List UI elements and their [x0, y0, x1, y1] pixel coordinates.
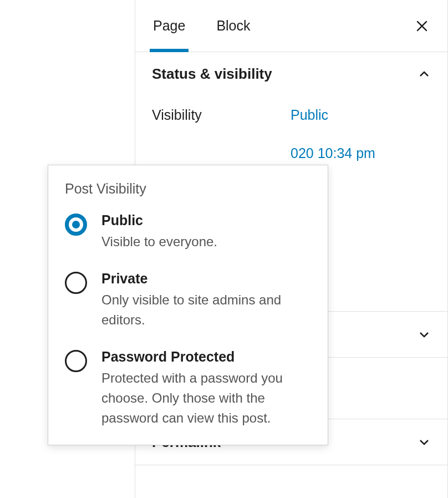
publish-value-link[interactable]: 020 10:34 pm [291, 145, 375, 161]
chevron-down-icon [418, 435, 431, 449]
radio-public[interactable] [65, 214, 87, 236]
tab-block-label: Block [216, 18, 250, 34]
panel-status-title: Status & visibility [152, 65, 272, 83]
chevron-up-icon [418, 68, 431, 81]
radio-private-desc: Only visible to site admins and editors. [101, 290, 311, 330]
radio-password-label: Password Protected [101, 349, 311, 365]
publish-row: 020 10:34 pm [152, 145, 431, 161]
visibility-row: Visibility Public [152, 107, 431, 123]
visibility-option-public[interactable]: Public Visible to everyone. [65, 212, 311, 252]
close-sidebar-button[interactable] [412, 16, 432, 36]
tab-block[interactable]: Block [214, 0, 252, 52]
radio-password-text: Password Protected Protected with a pass… [101, 349, 311, 428]
sidebar-tabs: Page Block [135, 0, 447, 52]
radio-private-text: Private Only visible to site admins and … [101, 271, 311, 330]
tab-page[interactable]: Page [151, 0, 187, 52]
radio-public-text: Public Visible to everyone. [101, 212, 311, 252]
popover-title: Post Visibility [65, 181, 311, 197]
visibility-option-private[interactable]: Private Only visible to site admins and … [65, 271, 311, 330]
visibility-value-link[interactable]: Public [291, 107, 328, 123]
close-icon [415, 19, 429, 33]
panel-status-header[interactable]: Status & visibility [135, 52, 447, 96]
radio-public-desc: Visible to everyone. [101, 232, 311, 252]
chevron-down-icon [418, 328, 431, 341]
radio-public-label: Public [101, 212, 311, 228]
radio-private-label: Private [101, 271, 311, 287]
radio-password-desc: Protected with a password you choose. On… [101, 368, 311, 428]
tab-page-label: Page [153, 18, 185, 34]
visibility-label: Visibility [152, 107, 291, 123]
visibility-option-password[interactable]: Password Protected Protected with a pass… [65, 349, 311, 428]
post-visibility-popover: Post Visibility Public Visible to everyo… [48, 165, 328, 445]
radio-private[interactable] [65, 272, 87, 294]
radio-password[interactable] [65, 350, 87, 372]
